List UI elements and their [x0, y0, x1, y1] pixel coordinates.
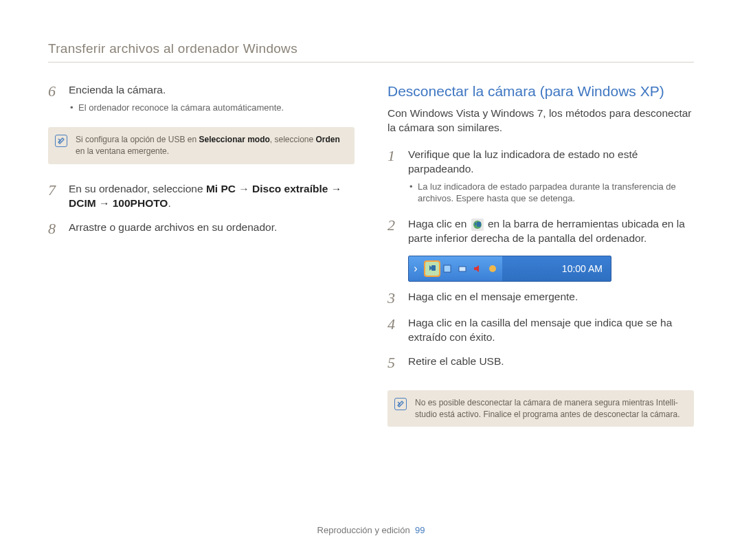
note-text: No es posible desconectar la cámara de m… [415, 397, 684, 421]
step-4: 4 Haga clic en la casilla del mensaje qu… [387, 316, 694, 345]
step-body: Haga clic en en la barra de herramientas… [408, 217, 694, 246]
step-seg: → [236, 183, 252, 194]
step-5: 5 Retire el cable USB. [387, 355, 694, 371]
note-seg: en la ventana emergente. [76, 146, 169, 156]
note-bold: Seleccionar modo [199, 135, 269, 144]
safely-remove-tray-icon [425, 262, 439, 276]
note-seg: , seleccione [270, 135, 316, 144]
svg-point-5 [489, 265, 496, 272]
step-number: 8 [48, 221, 59, 237]
step-text: Haga clic en la casilla del mensaje que … [408, 316, 694, 345]
tray-icon [486, 262, 499, 276]
step-text: Retire el cable USB. [408, 355, 694, 371]
taskbar-expand-icon: › [409, 256, 423, 281]
step-1: 1 Verifique que la luz indicadora de est… [387, 148, 694, 208]
step-number: 2 [387, 217, 398, 246]
note-bold: Orden [316, 135, 340, 144]
step-text: Verifique que la luz indicadora de estad… [408, 148, 638, 175]
step-bold: DCIM [69, 197, 96, 209]
volume-icon [471, 262, 484, 276]
section-title: Desconectar la cámara (para Windows XP) [387, 83, 694, 100]
page-header: Transferir archivos al ordenador Windows [48, 41, 694, 63]
svg-rect-1 [477, 222, 481, 227]
page-number: 99 [415, 525, 425, 535]
right-column: Desconectar la cámara (para Windows XP) … [387, 83, 694, 445]
bullet-list: El ordenador reconoce la cámara automáti… [69, 102, 355, 114]
bullet-item: La luz indicadora de estado parpadea dur… [408, 181, 694, 205]
step-number: 1 [387, 148, 398, 208]
page-footer: Reproducción y edición 99 [0, 525, 742, 535]
step-bold: Mi PC [206, 183, 236, 194]
tray-icon [440, 262, 454, 276]
step-number: 4 [387, 316, 398, 345]
taskbar-screenshot: › 10:00 AM [408, 256, 611, 282]
note-icon [394, 398, 407, 410]
step-text: Arrastre o guarde archivos en su ordenad… [69, 221, 355, 237]
bullet-list: La luz indicadora de estado parpadea dur… [408, 181, 694, 205]
step-number: 7 [48, 182, 59, 211]
note-icon [55, 135, 67, 147]
step-seg: Haga clic en [408, 218, 470, 229]
step-seg: . [168, 197, 170, 209]
note-box: Si configura la opción de USB en Selecci… [48, 127, 355, 164]
step-number: 5 [387, 355, 398, 371]
safely-remove-icon [471, 219, 484, 231]
bullet-item: El ordenador reconoce la cámara automáti… [69, 102, 355, 114]
step-7: 7 En su ordenador, seleccione Mi PC → Di… [48, 182, 355, 211]
step-3: 3 Haga clic en el mensaje emergente. [387, 290, 694, 306]
system-tray [423, 256, 502, 281]
tray-icon [456, 262, 469, 276]
section-intro: Con Windows Vista y Windows 7, los métod… [387, 107, 694, 135]
step-number: 3 [387, 290, 398, 306]
note-seg: Si configura la opción de USB en [76, 135, 199, 144]
step-seg: → [328, 183, 341, 194]
step-bold: Disco extraíble [252, 183, 328, 194]
step-bold: 100PHOTO [113, 197, 168, 209]
step-body: Encienda la cámara. El ordenador reconoc… [69, 83, 355, 116]
step-body: En su ordenador, seleccione Mi PC → Disc… [69, 182, 355, 211]
note-text: Si configura la opción de USB en Selecci… [76, 134, 345, 157]
svg-rect-4 [459, 267, 466, 271]
step-body: Verifique que la luz indicadora de estad… [408, 148, 694, 208]
svg-rect-2 [431, 265, 436, 271]
step-6: 6 Encienda la cámara. El ordenador recon… [48, 83, 355, 116]
step-number: 6 [48, 83, 59, 116]
step-text: Encienda la cámara. [69, 84, 166, 96]
step-seg: → [96, 197, 113, 209]
footer-label: Reproducción y edición [317, 525, 410, 535]
step-text: Haga clic en el mensaje emergente. [408, 290, 694, 306]
svg-rect-3 [444, 265, 451, 272]
step-8: 8 Arrastre o guarde archivos en su orden… [48, 221, 355, 237]
step-2: 2 Haga clic en en la barra de herramient… [387, 217, 694, 246]
note-box: No es posible desconectar la cámara de m… [387, 390, 694, 427]
taskbar-clock: 10:00 AM [502, 263, 611, 274]
step-seg: En su ordenador, seleccione [69, 183, 206, 194]
left-column: 6 Encienda la cámara. El ordenador recon… [48, 83, 355, 445]
content-columns: 6 Encienda la cámara. El ordenador recon… [48, 83, 694, 445]
